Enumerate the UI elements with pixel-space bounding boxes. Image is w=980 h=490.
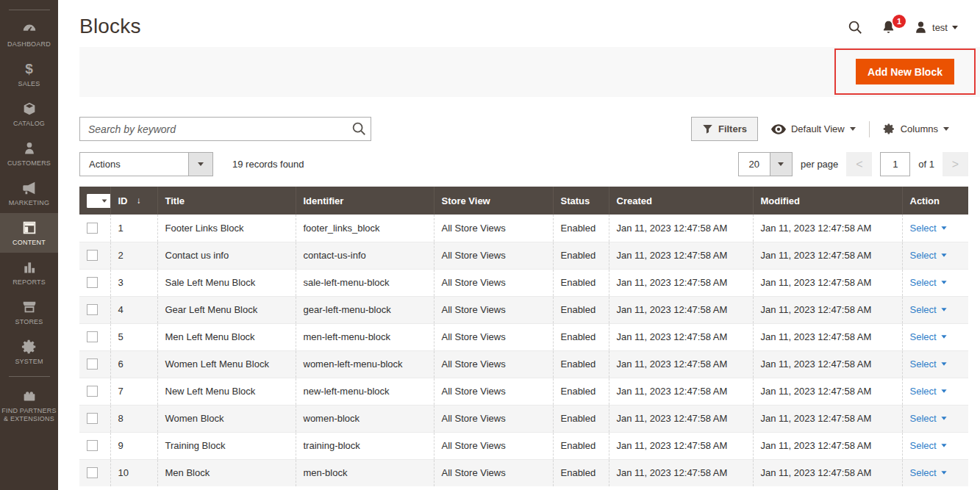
sidebar-item-dashboard[interactable]: Dashboard (0, 15, 58, 54)
chevron-down-icon (941, 362, 946, 366)
sidebar-item-reports[interactable]: Reports (0, 253, 58, 292)
sidebar-item-content[interactable]: Content (0, 213, 58, 253)
filters-button[interactable]: Filters (691, 117, 758, 141)
row-select-action[interactable]: Select (910, 277, 947, 288)
table-row: 2 Contact us info contact-us-info All St… (79, 242, 968, 269)
row-checkbox[interactable] (87, 467, 98, 478)
marketing-icon (21, 180, 37, 196)
chevron-down-icon (850, 127, 856, 131)
cell-created: Jan 11, 2023 12:47:58 AM (609, 405, 753, 432)
row-select-action[interactable]: Select (910, 386, 947, 397)
column-header-created[interactable]: Created (609, 187, 753, 215)
cell-created: Jan 11, 2023 12:47:58 AM (609, 378, 753, 405)
cell-status: Enabled (553, 405, 609, 432)
column-header-identifier[interactable]: Identifier (296, 187, 434, 215)
column-header-id[interactable]: ID↓ (110, 187, 157, 215)
row-checkbox[interactable] (87, 223, 98, 234)
cell-status: Enabled (553, 350, 609, 378)
cell-status: Enabled (553, 459, 609, 486)
column-header-title[interactable]: Title (157, 187, 296, 215)
catalog-icon (21, 101, 37, 117)
sidebar-item-catalog[interactable]: Catalog (0, 94, 58, 134)
row-select-action[interactable]: Select (910, 250, 947, 261)
cell-modified: Jan 11, 2023 12:47:58 AM (753, 242, 902, 269)
cell-store-view: All Store Views (434, 459, 553, 486)
row-checkbox[interactable] (87, 440, 98, 451)
sidebar-item-customers[interactable]: Customers (0, 134, 58, 173)
cell-id: 7 (110, 378, 157, 405)
cell-id: 3 (110, 269, 157, 296)
cell-title: New Left Menu Block (157, 378, 296, 405)
cell-created: Jan 11, 2023 12:47:58 AM (609, 269, 753, 296)
column-header-status[interactable]: Status (553, 187, 609, 215)
user-menu[interactable]: test (914, 21, 958, 35)
cell-modified: Jan 11, 2023 12:47:58 AM (753, 323, 902, 350)
cell-modified: Jan 11, 2023 12:47:58 AM (753, 432, 902, 459)
system-icon (21, 339, 37, 355)
grid-controls-bottom: Actions 19 records found 20 per page < o… (79, 152, 968, 176)
page-actions-toolbar: Add New Block (79, 47, 980, 97)
sidebar-item-sales[interactable]: $ Sales (0, 54, 58, 94)
sidebar-item-system[interactable]: System (0, 332, 58, 372)
search-input[interactable] (79, 117, 371, 141)
cell-title: Training Block (157, 432, 296, 459)
blocks-grid: ID↓ Title Identifier Store View Status C… (79, 187, 968, 486)
current-page-input[interactable] (880, 152, 910, 176)
row-checkbox[interactable] (87, 413, 98, 424)
row-select-action[interactable]: Select (910, 413, 947, 424)
row-select-action[interactable]: Select (910, 223, 947, 234)
table-row: 4 Gear Left Menu Block gear-left-menu-bl… (79, 296, 968, 323)
cell-store-view: All Store Views (434, 269, 553, 296)
row-checkbox[interactable] (87, 386, 98, 397)
extensions-icon (21, 388, 37, 404)
row-select-action[interactable]: Select (910, 440, 947, 451)
cell-store-view: All Store Views (434, 405, 553, 432)
cell-title: Contact us info (157, 242, 296, 269)
next-page-button[interactable]: > (943, 152, 968, 176)
default-view-dropdown[interactable]: Default View (768, 123, 859, 134)
search-submit-button[interactable] (351, 120, 367, 139)
global-search-icon[interactable] (847, 19, 863, 35)
cell-modified: Jan 11, 2023 12:47:58 AM (753, 459, 902, 486)
header-actions: 1 test (847, 19, 958, 35)
add-new-block-button[interactable]: Add New Block (856, 59, 954, 84)
sidebar-item-stores[interactable]: Stores (0, 292, 58, 332)
table-row: 6 Women Left Menu Block women-left-menu-… (79, 350, 968, 378)
row-checkbox[interactable] (87, 250, 98, 261)
page-header: Blocks 1 test (58, 0, 980, 38)
cell-title: Women Left Menu Block (157, 350, 296, 378)
cell-store-view: All Store Views (434, 323, 553, 350)
actions-dropdown[interactable]: Actions (79, 152, 213, 176)
sidebar-item-find-partners-extensions[interactable]: Find Partners & Extensions (0, 381, 58, 429)
row-select-action[interactable]: Select (910, 467, 947, 478)
cell-identifier: training-block (296, 432, 434, 459)
chevron-down-icon (941, 226, 946, 230)
select-all-dropdown[interactable] (87, 194, 111, 208)
grid-controls-top: Filters Default View Columns (79, 117, 968, 141)
cell-id: 1 (110, 215, 157, 242)
row-select-action[interactable]: Select (910, 304, 947, 315)
chevron-down-icon (770, 153, 792, 176)
cell-title: Men Left Menu Block (157, 323, 296, 350)
row-checkbox[interactable] (87, 331, 98, 342)
row-checkbox[interactable] (87, 277, 98, 288)
row-checkbox[interactable] (87, 304, 98, 315)
chevron-down-icon (941, 444, 946, 447)
chevron-down-icon (941, 308, 946, 311)
row-select-action[interactable]: Select (910, 359, 947, 370)
column-header-store-view[interactable]: Store View (434, 187, 553, 215)
columns-dropdown[interactable]: Columns (880, 123, 952, 135)
search-icon (351, 120, 367, 137)
divider (869, 121, 870, 137)
per-page-select[interactable]: 20 (738, 152, 793, 176)
notifications-bell-icon[interactable]: 1 (881, 20, 896, 35)
cell-status: Enabled (553, 323, 609, 350)
chevron-down-icon (952, 26, 958, 29)
column-header-modified[interactable]: Modified (753, 187, 902, 215)
row-checkbox[interactable] (87, 359, 98, 370)
sidebar-item-marketing[interactable]: Marketing (0, 173, 58, 213)
previous-page-button[interactable]: < (846, 152, 872, 176)
cell-identifier: new-left-menu-block (296, 378, 434, 405)
cell-store-view: All Store Views (434, 215, 553, 242)
row-select-action[interactable]: Select (910, 331, 947, 342)
